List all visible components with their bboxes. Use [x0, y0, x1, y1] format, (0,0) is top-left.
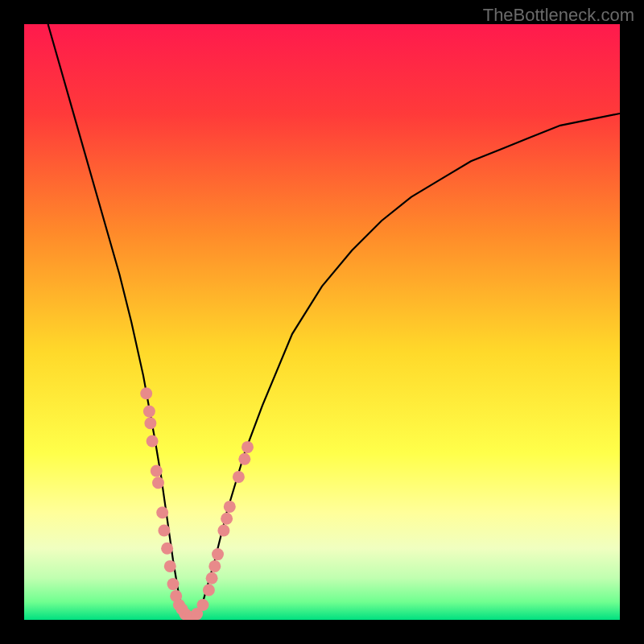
data-point-marker — [233, 471, 245, 483]
data-point-marker — [206, 572, 218, 584]
data-point-marker — [221, 513, 233, 525]
data-point-marker — [144, 417, 156, 429]
data-point-marker — [143, 406, 155, 418]
data-markers — [140, 387, 254, 620]
watermark-text: TheBottleneck.com — [483, 5, 634, 26]
data-point-marker — [242, 441, 254, 453]
data-point-marker — [151, 465, 163, 477]
data-point-marker — [224, 501, 236, 513]
data-point-marker — [197, 599, 209, 611]
data-point-marker — [164, 560, 176, 572]
plot-area — [24, 24, 620, 620]
data-point-marker — [156, 506, 168, 518]
data-point-marker — [238, 453, 250, 465]
data-point-marker — [158, 525, 170, 537]
data-point-marker — [208, 560, 221, 572]
data-point-marker — [152, 477, 164, 489]
data-point-marker — [140, 387, 152, 399]
data-point-marker — [147, 436, 159, 448]
data-point-marker — [203, 584, 215, 597]
curve-layer — [24, 24, 620, 620]
data-point-marker — [217, 525, 229, 537]
bottleneck-curve — [48, 24, 620, 620]
data-point-marker — [212, 548, 224, 560]
data-point-marker — [167, 578, 180, 590]
chart-frame: TheBottleneck.com — [0, 0, 644, 644]
data-point-marker — [161, 543, 173, 555]
